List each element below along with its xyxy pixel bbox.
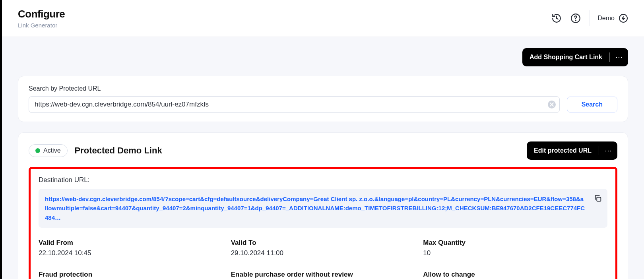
field-label: Valid To [231,239,415,247]
field-max-quantity: Max Quantity 10 [423,239,607,257]
highlight-box: Destination URL: https://web-dev.cgn.cle… [29,167,617,279]
clear-input-button[interactable] [548,101,556,108]
field-po-without-review: Enable purchase order without review Ina… [231,271,415,279]
field-label: Enable purchase order without review [231,271,415,279]
destination-url-box: https://web-dev.cgn.cleverbridge.com/854… [39,189,607,228]
page-subtitle: Link Generator [18,22,65,29]
fields-grid: Valid From 22.10.2024 10:45 Valid To 29.… [39,239,607,279]
svg-rect-8 [597,197,601,201]
actions-row: Add Shopping Cart Link ⋯ [18,48,628,66]
search-row: Search [29,96,617,113]
page-content: Add Shopping Cart Link ⋯ Search by Prote… [2,37,644,279]
field-value: 29.10.2024 11:00 [231,249,415,257]
field-label: Max Quantity [423,239,607,247]
reply-arrow-icon [619,14,628,23]
edit-protected-url-label: Edit protected URL [527,142,599,159]
link-detail-card: Active Protected Demo Link Edit protecte… [18,132,628,279]
field-label: Valid From [39,239,223,247]
add-shopping-cart-link-button[interactable]: Add Shopping Cart Link ⋯ [522,48,628,66]
edit-protected-url-button[interactable]: Edit protected URL ⋯ [527,141,617,160]
more-icon[interactable]: ⋯ [599,141,617,160]
search-input-wrap [29,96,560,113]
field-label: Allow to change [423,271,607,279]
search-label: Search by Protected URL [29,85,617,92]
field-valid-from: Valid From 22.10.2024 10:45 [39,239,223,257]
topbar-titles: Configure Link Generator [18,8,65,29]
detail-card-head-left: Active Protected Demo Link [29,144,162,157]
add-shopping-cart-link-label: Add Shopping Cart Link [522,48,609,66]
field-valid-to: Valid To 29.10.2024 11:00 [231,239,415,257]
field-value: 22.10.2024 10:45 [39,249,223,257]
destination-url-label: Destination URL: [39,176,607,184]
topbar: Configure Link Generator Demo [2,0,644,37]
search-button[interactable]: Search [567,97,617,112]
search-input[interactable] [29,96,560,113]
page-title: Configure [18,8,65,20]
copy-url-button[interactable] [592,193,603,204]
help-icon[interactable] [570,13,581,24]
close-icon [550,103,554,107]
copy-icon [594,194,602,203]
status-label: Active [43,147,61,154]
svg-point-3 [575,20,576,21]
status-badge: Active [29,144,68,157]
user-label: Demo [597,15,615,22]
detail-card-head: Active Protected Demo Link Edit protecte… [29,141,617,163]
link-title: Protected Demo Link [75,145,162,156]
field-fraud-protection: Fraud protection Active [39,271,223,279]
search-card: Search by Protected URL Search [18,76,628,122]
history-icon[interactable] [551,13,562,24]
destination-url[interactable]: https://web-dev.cgn.cleverbridge.com/854… [45,196,585,221]
svg-line-1 [557,18,558,19]
more-icon[interactable]: ⋯ [610,48,628,66]
topbar-right: Demo [551,10,628,26]
field-value: 10 [423,249,607,257]
field-allow-to-change: Allow to change Active [423,271,607,279]
user-menu[interactable]: Demo [597,14,628,23]
field-label: Fraud protection [39,271,223,279]
topbar-divider [589,10,590,26]
status-dot-icon [35,148,40,153]
